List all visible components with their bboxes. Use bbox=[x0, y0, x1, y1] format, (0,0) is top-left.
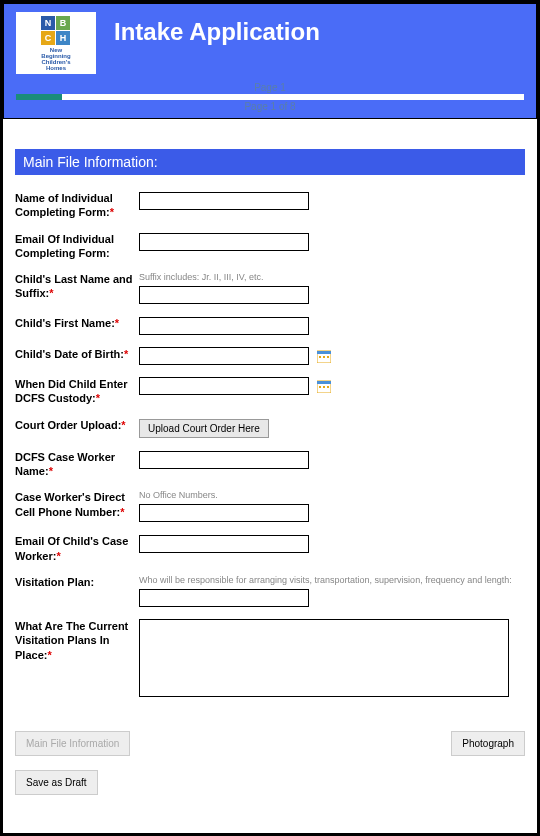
calendar-icon[interactable] bbox=[317, 349, 331, 363]
input-visitation-plan[interactable] bbox=[139, 589, 309, 607]
label-cw-cell: Case Worker's Direct Cell Phone Number: bbox=[15, 491, 125, 517]
page-title: Intake Application bbox=[114, 18, 320, 46]
input-cw-name[interactable] bbox=[139, 451, 309, 469]
header: NBCH New Beginning Children's Homes Inta… bbox=[3, 3, 537, 119]
label-visitation-plan: Visitation Plan: bbox=[15, 576, 94, 588]
input-child-first[interactable] bbox=[139, 317, 309, 335]
input-child-dob[interactable] bbox=[139, 347, 309, 365]
label-child-last: Child's Last Name and Suffix: bbox=[15, 273, 133, 299]
label-cw-name: DCFS Case Worker Name: bbox=[15, 451, 115, 477]
label-child-first: Child's First Name: bbox=[15, 317, 115, 329]
svg-rect-1 bbox=[317, 351, 331, 354]
hint-visitation-plan: Who will be responsible for arranging vi… bbox=[139, 575, 525, 585]
prev-page-button[interactable]: Main File Information bbox=[15, 731, 130, 756]
svg-rect-2 bbox=[319, 356, 321, 358]
progress-label-bottom: Page 1 of 8 bbox=[16, 101, 524, 112]
input-cw-email[interactable] bbox=[139, 535, 309, 553]
progress-label-top: Page 1 bbox=[16, 82, 524, 93]
calendar-icon[interactable] bbox=[317, 379, 331, 393]
label-visitation-current: What Are The Current Visitation Plans In… bbox=[15, 620, 128, 661]
svg-rect-6 bbox=[317, 381, 331, 384]
logo: NBCH New Beginning Children's Homes bbox=[16, 12, 96, 74]
svg-rect-3 bbox=[323, 356, 325, 358]
hint-child-last: Suffix includes: Jr. II, III, IV, etc. bbox=[139, 272, 525, 282]
input-dcfs-entry[interactable] bbox=[139, 377, 309, 395]
upload-court-order-button[interactable]: Upload Court Order Here bbox=[139, 419, 269, 438]
label-email-completing: Email Of Individual Completing Form: bbox=[15, 233, 114, 259]
label-court-upload: Court Order Upload: bbox=[15, 419, 121, 431]
textarea-visitation-current[interactable] bbox=[139, 619, 509, 697]
hint-cw-cell: No Office Numbers. bbox=[139, 490, 525, 500]
progress-bar bbox=[16, 94, 524, 100]
input-name-completing[interactable] bbox=[139, 192, 309, 210]
input-cw-cell[interactable] bbox=[139, 504, 309, 522]
svg-rect-4 bbox=[327, 356, 329, 358]
label-child-dob: Child's Date of Birth: bbox=[15, 348, 124, 360]
svg-rect-8 bbox=[323, 386, 325, 388]
svg-rect-7 bbox=[319, 386, 321, 388]
label-name-completing: Name of Individual Completing Form: bbox=[15, 192, 113, 218]
progress-bar-area: Page 1 Page 1 of 8 bbox=[16, 82, 524, 112]
section-header: Main File Information: bbox=[15, 149, 525, 175]
input-email-completing[interactable] bbox=[139, 233, 309, 251]
save-draft-button[interactable]: Save as Draft bbox=[15, 770, 98, 795]
input-child-last[interactable] bbox=[139, 286, 309, 304]
label-cw-email: Email Of Child's Case Worker: bbox=[15, 535, 128, 561]
svg-rect-9 bbox=[327, 386, 329, 388]
label-dcfs-entry: When Did Child Enter DCFS Custody: bbox=[15, 378, 127, 404]
next-page-button[interactable]: Photograph bbox=[451, 731, 525, 756]
